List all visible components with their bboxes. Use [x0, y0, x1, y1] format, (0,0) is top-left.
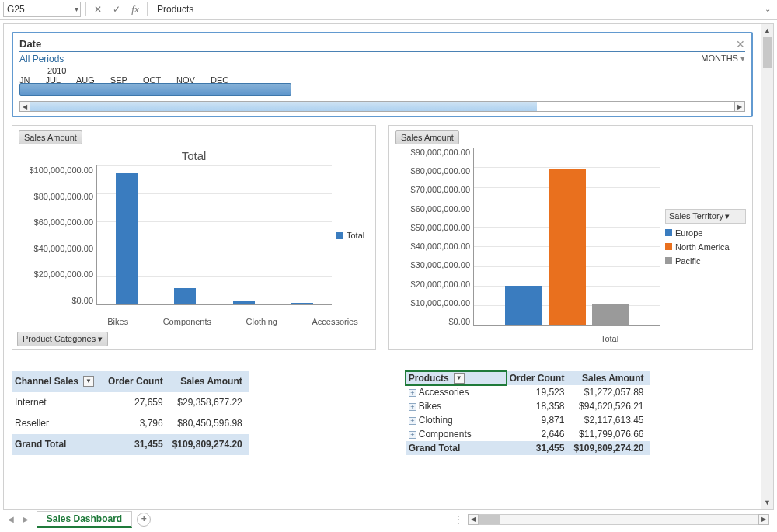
- chart-bar[interactable]: [116, 173, 138, 304]
- clear-filter-icon[interactable]: ✕: [736, 38, 745, 50]
- timeline-slicer[interactable]: ✕ Date MONTHS All Periods 2010 JN JUL AU…: [12, 32, 753, 117]
- drag-handle-icon[interactable]: ⋮: [454, 514, 463, 525]
- table-row[interactable]: +Accessories19,523$1,272,057.89: [406, 385, 650, 399]
- expand-icon[interactable]: +: [409, 403, 416, 411]
- cancel-icon[interactable]: ✕: [91, 2, 105, 16]
- table-row[interactable]: +Bikes18,358$94,620,526.21: [406, 399, 650, 413]
- timeline-selection[interactable]: All Periods: [19, 54, 64, 64]
- chart-value-field-button[interactable]: Sales Amount: [19, 130, 82, 144]
- scroll-track[interactable]: [30, 101, 734, 112]
- scroll-left-icon[interactable]: ◀: [468, 514, 479, 525]
- pivot-header: Order Count: [507, 371, 571, 385]
- formula-input[interactable]: Products: [152, 2, 757, 17]
- cell: $11,799,076.66: [570, 427, 650, 441]
- scroll-up-icon[interactable]: ▲: [761, 24, 773, 37]
- cell: 2,646: [507, 427, 571, 441]
- accept-icon[interactable]: ✓: [110, 2, 124, 16]
- expand-icon[interactable]: +: [409, 431, 416, 439]
- name-box[interactable]: G25 ▾: [3, 2, 81, 17]
- cell: $29,358,677.22: [169, 392, 249, 413]
- chart-sales-by-territory[interactable]: Sales Amount $90,000,000.00 $80,000,000.…: [388, 125, 753, 350]
- cell: 27,659: [105, 392, 169, 413]
- cell: Grand Total: [12, 434, 105, 455]
- timeline-units-dropdown[interactable]: MONTHS: [701, 54, 745, 64]
- scroll-track[interactable]: [761, 37, 773, 496]
- y-tick: $70,000,000.00: [411, 185, 470, 194]
- timeline-selected-range[interactable]: [19, 83, 291, 96]
- formula-bar: G25 ▾ ✕ ✓ fx Products ⌄: [0, 0, 777, 20]
- pivot-header: Channel Sales: [15, 376, 78, 387]
- sheet-tab-bar: ◀ ▶ Sales Dashboard + ⋮ ◀ ▶: [3, 509, 774, 528]
- chart-legend-field-button[interactable]: Sales Territory ▾: [665, 209, 746, 224]
- y-tick: $40,000,000.00: [34, 244, 93, 253]
- sheet-tab[interactable]: Sales Dashboard: [37, 511, 132, 528]
- y-tick: $0.00: [448, 317, 470, 326]
- cell: $94,620,526.21: [570, 399, 650, 413]
- fx-icon[interactable]: fx: [128, 2, 142, 16]
- chart-bar[interactable]: [592, 304, 629, 325]
- chart-value-field-button[interactable]: Sales Amount: [395, 130, 459, 144]
- table-row[interactable]: +Components2,646$11,799,076.66: [406, 427, 650, 441]
- y-tick: $80,000,000.00: [411, 166, 470, 176]
- chart-plot-area: [96, 165, 332, 305]
- cell: 31,455: [507, 441, 571, 455]
- y-tick: $0.00: [71, 296, 93, 305]
- legend-entry: Europe: [675, 228, 702, 238]
- chart-y-axis: $100,000,000.00 $80,000,000.00 $60,000,0…: [19, 165, 96, 305]
- x-tick: Bikes: [107, 317, 128, 326]
- scroll-right-icon[interactable]: ▶: [758, 514, 769, 525]
- pivot-products[interactable]: Products▼ Order Count Sales Amount +Acce…: [406, 370, 650, 455]
- divider: [147, 2, 148, 16]
- y-tick: $100,000,000.00: [29, 165, 93, 175]
- divider: [85, 2, 86, 16]
- expand-icon[interactable]: +: [409, 417, 416, 425]
- timeline-range-bar[interactable]: [19, 85, 745, 97]
- table-row[interactable]: Reseller3,796$80,450,596.98: [12, 413, 249, 434]
- y-tick: $20,000,000.00: [411, 280, 470, 289]
- cell: 31,455: [105, 434, 169, 455]
- expand-icon[interactable]: +: [409, 389, 416, 397]
- expand-formula-icon[interactable]: ⌄: [761, 5, 774, 13]
- vertical-scrollbar[interactable]: ▲ ▼: [761, 24, 773, 509]
- formula-value: Products: [157, 4, 193, 15]
- cell: +Clothing: [406, 413, 507, 427]
- y-tick: $20,000,000.00: [34, 269, 93, 279]
- chart-plot-area: [473, 148, 660, 326]
- pivot-header: Order Count: [105, 371, 169, 392]
- selected-cell[interactable]: Products▼: [406, 371, 507, 385]
- scroll-thumb[interactable]: [479, 515, 500, 524]
- cell: Grand Total: [406, 441, 507, 455]
- timeline-scrollbar[interactable]: ◀ ▶: [19, 100, 745, 113]
- pivot-channel-sales[interactable]: Channel Sales▼ Order Count Sales Amount …: [12, 370, 249, 455]
- filter-dropdown-icon[interactable]: ▼: [83, 376, 94, 387]
- horizontal-scrollbar[interactable]: ⋮ ◀ ▶: [155, 514, 769, 525]
- scroll-track[interactable]: [479, 514, 758, 525]
- scroll-down-icon[interactable]: ▼: [761, 496, 773, 509]
- chart-bar[interactable]: [291, 303, 313, 304]
- chart-axis-field-button[interactable]: Product Categories ▾: [17, 332, 108, 346]
- table-row[interactable]: +Clothing9,871$2,117,613.45: [406, 413, 650, 427]
- chart-bar[interactable]: [174, 288, 196, 304]
- x-tick: Components: [163, 317, 211, 326]
- chevron-down-icon[interactable]: ▾: [75, 5, 78, 13]
- filter-dropdown-icon[interactable]: ▼: [454, 373, 465, 384]
- chart-bar[interactable]: [549, 169, 586, 325]
- scroll-thumb[interactable]: [763, 37, 772, 68]
- chart-legend: Sales Territory ▾ Europe North America P…: [660, 148, 746, 326]
- chart-bar[interactable]: [505, 286, 542, 325]
- scroll-left-icon[interactable]: ◀: [19, 101, 30, 112]
- y-tick: $30,000,000.00: [411, 260, 470, 269]
- chart-legend: Total: [332, 165, 369, 305]
- table-row[interactable]: Internet27,659$29,358,677.22: [12, 392, 249, 413]
- pivot-header: Sales Amount: [570, 371, 650, 385]
- cell-reference: G25: [7, 4, 25, 15]
- scroll-thumb[interactable]: [30, 102, 537, 111]
- scroll-right-icon[interactable]: ▶: [734, 101, 745, 112]
- y-tick: $80,000,000.00: [34, 192, 93, 201]
- chart-bar[interactable]: [233, 301, 255, 304]
- cell: $80,450,596.98: [169, 413, 249, 434]
- legend-entry: Pacific: [675, 256, 700, 266]
- add-sheet-button[interactable]: +: [137, 513, 151, 527]
- chart-sales-by-category[interactable]: Sales Amount Total $100,000,000.00 $80,0…: [12, 125, 376, 350]
- sheet-nav-arrows[interactable]: ◀ ▶: [8, 515, 32, 523]
